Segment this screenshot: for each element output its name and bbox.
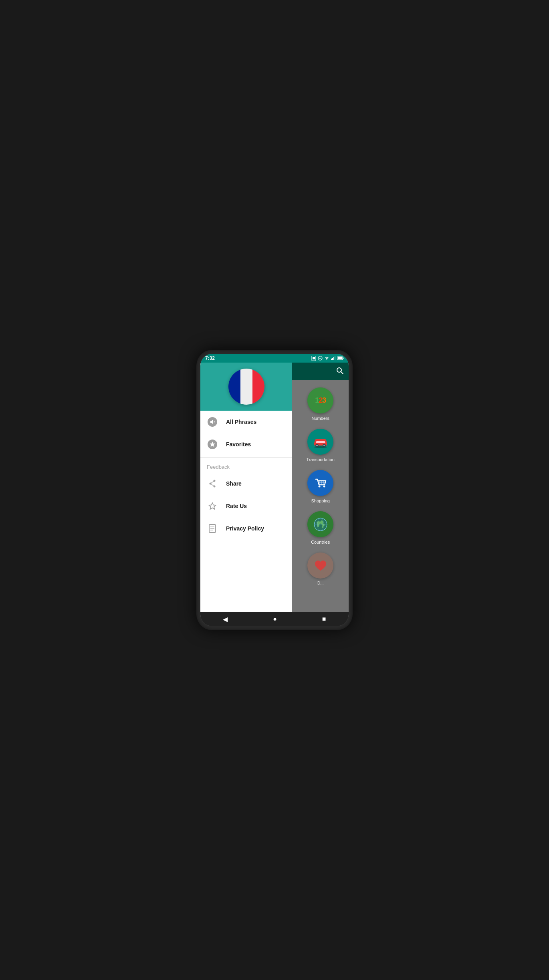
svg-point-30 <box>314 446 327 448</box>
svg-rect-6 <box>333 357 334 360</box>
category-dating[interactable]: D... <box>292 548 349 589</box>
svg-point-31 <box>318 485 320 487</box>
phone-screen: 7:32 <box>200 354 349 626</box>
home-button[interactable]: ● <box>266 613 283 625</box>
recent-button[interactable]: ■ <box>316 613 333 625</box>
sim-icon <box>311 356 316 361</box>
nav-bar: ◀ ● ■ <box>200 612 349 626</box>
main-content: All Phrases Favorites <box>200 363 349 612</box>
status-icons <box>311 356 344 361</box>
battery-icon <box>337 356 344 360</box>
menu-divider <box>200 457 292 458</box>
svg-rect-5 <box>332 358 333 360</box>
rate-us-label: Rate Us <box>226 503 247 509</box>
star-outline-icon <box>207 500 218 512</box>
menu-item-all-phrases[interactable]: All Phrases <box>200 411 292 433</box>
flag-header <box>200 363 292 411</box>
transportation-label: Transportation <box>306 457 335 462</box>
dnd-icon <box>318 356 323 361</box>
svg-line-17 <box>210 481 214 484</box>
numbers-label: Numbers <box>311 416 329 421</box>
category-countries[interactable]: Countries <box>292 507 349 548</box>
svg-marker-19 <box>209 503 216 509</box>
shopping-circle <box>307 470 333 496</box>
category-numbers[interactable]: 123 Numbers <box>292 383 349 425</box>
star-filled-icon <box>207 439 218 450</box>
menu-item-privacy-policy[interactable]: Privacy Policy <box>200 517 292 540</box>
favorites-label: Favorites <box>226 441 251 448</box>
menu-item-rate-us[interactable]: Rate Us <box>200 495 292 517</box>
share-icon <box>207 478 218 489</box>
phone-frame: 7:32 <box>196 350 353 630</box>
svg-point-42 <box>322 524 325 526</box>
left-drawer: All Phrases Favorites <box>200 363 292 612</box>
svg-line-18 <box>210 484 214 486</box>
flag-red <box>252 369 264 405</box>
back-button[interactable]: ◀ <box>216 613 234 625</box>
megaphone-icon <box>207 416 218 427</box>
svg-rect-9 <box>343 358 344 359</box>
svg-rect-4 <box>331 359 332 360</box>
countries-label: Countries <box>311 540 330 544</box>
dating-circle <box>307 553 333 579</box>
flag-white <box>240 369 252 405</box>
svg-point-28 <box>316 445 318 446</box>
shopping-label: Shopping <box>311 498 330 503</box>
feedback-section-header: Feedback <box>200 459 292 472</box>
svg-rect-7 <box>335 356 335 360</box>
signal-icon <box>331 356 336 360</box>
dating-label: D... <box>317 581 324 585</box>
transportation-circle <box>307 429 333 455</box>
status-bar: 7:32 <box>200 354 349 363</box>
category-list: 123 Numbers <box>292 380 349 612</box>
flag-blue <box>228 369 240 405</box>
category-transportation[interactable]: Transportation <box>292 425 349 466</box>
share-label: Share <box>226 480 242 487</box>
svg-point-43 <box>322 526 323 528</box>
svg-rect-10 <box>338 357 342 359</box>
svg-rect-1 <box>313 357 315 359</box>
document-icon <box>207 523 218 534</box>
countries-circle <box>307 511 333 537</box>
france-flag <box>228 369 264 405</box>
wifi-icon <box>324 356 329 360</box>
drawer-menu: All Phrases Favorites <box>200 411 292 612</box>
status-time: 7:32 <box>205 355 215 361</box>
numbers-circle: 123 <box>307 387 333 413</box>
menu-item-share[interactable]: Share <box>200 472 292 495</box>
all-phrases-label: All Phrases <box>226 419 256 425</box>
right-toolbar <box>292 363 349 380</box>
category-shopping[interactable]: Shopping <box>292 466 349 507</box>
svg-point-29 <box>323 445 325 446</box>
search-button[interactable] <box>336 367 344 377</box>
svg-line-25 <box>341 371 343 374</box>
privacy-policy-label: Privacy Policy <box>226 525 264 532</box>
right-panel: 123 Numbers <box>292 363 349 612</box>
menu-item-favorites[interactable]: Favorites <box>200 433 292 456</box>
svg-point-32 <box>323 485 325 487</box>
